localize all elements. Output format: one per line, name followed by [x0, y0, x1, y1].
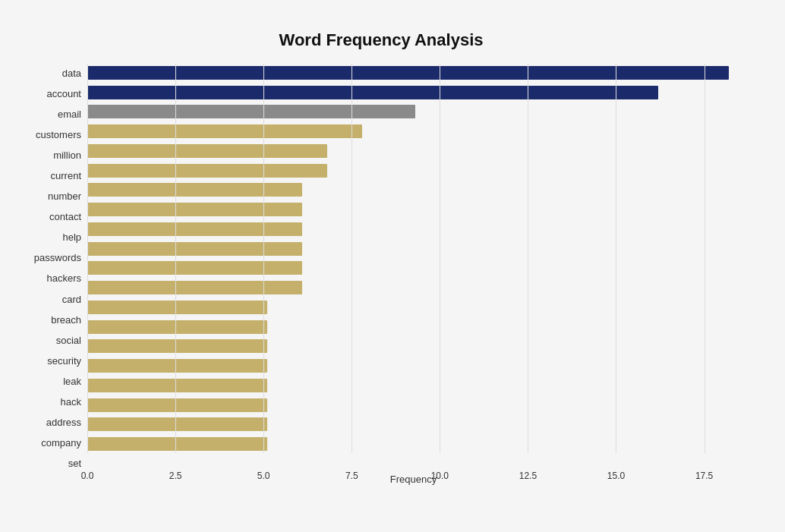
y-label-hack: hack — [61, 393, 81, 411]
y-label-account: account — [46, 84, 81, 102]
y-label-leak: leak — [63, 372, 81, 390]
bar-breach — [87, 301, 267, 314]
bar-row-hackers — [87, 260, 739, 276]
bar-email — [87, 105, 415, 118]
bar-number — [87, 183, 302, 197]
bar-row-company — [87, 416, 739, 433]
y-label-million: million — [53, 146, 81, 164]
bar-customers — [87, 124, 362, 138]
bar-card — [87, 281, 302, 294]
y-label-address: address — [46, 414, 81, 432]
y-label-passwords: passwords — [34, 249, 81, 267]
y-label-number: number — [48, 187, 81, 206]
bar-security — [87, 339, 267, 353]
y-label-card: card — [62, 290, 81, 308]
bar-account — [87, 86, 658, 99]
bar-row-hack — [87, 377, 739, 394]
y-label-hackers: hackers — [46, 269, 81, 288]
chart-container: Word Frequency Analysis dataaccountemail… — [15, 15, 770, 532]
bar-row-set — [87, 436, 739, 452]
bar-address — [87, 398, 267, 412]
bars-container — [87, 64, 739, 474]
bar-row-address — [87, 397, 739, 414]
bar-row-passwords — [87, 241, 739, 257]
bar-row-breach — [87, 299, 739, 316]
bar-row-customers — [87, 123, 739, 140]
y-label-social: social — [56, 331, 81, 349]
bar-company — [87, 417, 267, 431]
bar-passwords — [87, 242, 302, 256]
bars-and-grid: 0.02.55.07.510.012.515.017.5 Frequency — [87, 64, 739, 474]
bar-row-data — [87, 65, 739, 81]
x-axis-title: Frequency — [87, 474, 739, 485]
bar-row-social — [87, 319, 739, 335]
bar-leak — [87, 359, 267, 373]
bar-data — [87, 66, 729, 80]
bar-set — [87, 437, 267, 451]
bar-row-leak — [87, 357, 739, 374]
bar-row-current — [87, 162, 739, 179]
bar-row-million — [87, 143, 739, 159]
bar-row-account — [87, 84, 739, 101]
bar-row-email — [87, 103, 739, 120]
bar-current — [87, 164, 327, 178]
chart-area: dataaccountemailcustomersmillioncurrentn… — [23, 64, 739, 474]
y-label-security: security — [47, 351, 81, 370]
y-label-customers: customers — [36, 125, 81, 143]
bar-row-number — [87, 181, 739, 198]
y-label-current: current — [51, 166, 81, 184]
y-label-help: help — [62, 228, 81, 247]
bar-row-card — [87, 279, 739, 296]
bar-contact — [87, 203, 302, 216]
bar-social — [87, 320, 267, 334]
chart-title: Word Frequency Analysis — [23, 30, 739, 50]
y-label-contact: contact — [49, 208, 81, 226]
bar-hackers — [87, 261, 302, 275]
y-label-data: data — [62, 64, 81, 82]
y-label-email: email — [58, 105, 81, 123]
bar-row-contact — [87, 201, 739, 218]
y-axis: dataaccountemailcustomersmillioncurrentn… — [23, 64, 87, 474]
y-label-breach: breach — [51, 310, 81, 329]
y-label-set: set — [68, 455, 81, 473]
bar-row-security — [87, 338, 739, 354]
bar-million — [87, 144, 327, 158]
bar-row-help — [87, 221, 739, 238]
bar-hack — [87, 379, 267, 392]
bar-help — [87, 222, 302, 236]
y-label-company: company — [41, 434, 81, 452]
